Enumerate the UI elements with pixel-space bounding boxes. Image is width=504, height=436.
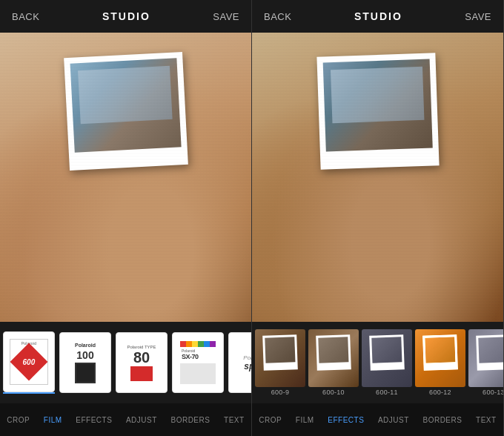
left-hand-photo: [0, 33, 251, 322]
effect-photo-2: [318, 337, 348, 363]
left-film-items: Polaroid 600 Polaroid 100: [0, 326, 251, 400]
effect-photo-3: [371, 337, 402, 363]
right-effects-items: 600-9 600-10: [252, 323, 503, 402]
film-item-80[interactable]: Polaroid TYPE 80: [116, 332, 168, 393]
right-save-button[interactable]: SAVE: [465, 11, 491, 22]
effect-item-600-9[interactable]: 600-9: [255, 329, 305, 396]
effect-item-600-13[interactable]: 600-13: [468, 329, 503, 396]
effect-thumb-600-10: [308, 329, 359, 387]
effect-item-600-12[interactable]: 600-12: [415, 329, 465, 396]
effect-photo-1: [265, 337, 295, 363]
left-tab-borders[interactable]: BORDERS: [166, 413, 214, 427]
effect-thumb-inner-4: [415, 329, 465, 387]
right-photo-bg: [252, 33, 503, 322]
effect-label-600-12: 600-12: [429, 389, 451, 396]
right-title: STUDIO: [354, 10, 402, 22]
film-spec-label: Polaroid: [243, 354, 251, 361]
effect-thumb-600-9: [255, 329, 305, 387]
right-tab-film[interactable]: FILM: [291, 413, 319, 427]
right-polaroid-photo: [322, 59, 432, 152]
effect-label-600-13: 600-13: [483, 389, 503, 396]
right-tab-crop[interactable]: CROP: [254, 413, 286, 427]
left-panel: BACK STUDIO SAVE Polaroid: [0, 0, 252, 436]
film-80-number: 80: [133, 349, 150, 366]
film-sx70-name: SX-70: [182, 353, 199, 360]
effect-polaroid-5: [476, 334, 503, 371]
stripe-orange: [186, 341, 192, 347]
film-100-box: [75, 363, 96, 383]
effect-thumb-inner-1: [255, 329, 305, 387]
effect-polaroid-4: [422, 334, 458, 371]
right-bottom-tabs: CROP FILM EFFECTS ADJUST BORDERS TEXT: [252, 403, 503, 436]
film-sx70-text: Polaroid SX-70: [180, 347, 200, 362]
left-tab-film[interactable]: FILM: [39, 413, 67, 427]
right-header: BACK STUDIO SAVE: [252, 0, 503, 33]
film-card-600: Polaroid 600: [3, 331, 55, 392]
effect-polaroid-2: [316, 334, 351, 371]
effect-polaroid-3: [369, 334, 405, 371]
film-card-80: Polaroid TYPE 80: [116, 332, 168, 393]
effect-item-600-11[interactable]: 600-11: [362, 329, 412, 396]
left-photo-area: [0, 33, 251, 322]
right-tab-adjust[interactable]: ADJUST: [374, 413, 414, 427]
left-header: BACK STUDIO SAVE: [0, 0, 251, 33]
film-card-spec: Polaroid spec: [228, 332, 251, 393]
effect-thumb-inner-2: [308, 329, 359, 387]
right-tab-effects[interactable]: EFFECTS: [323, 413, 368, 427]
film-100-number: 100: [76, 349, 93, 361]
right-hand-photo: [252, 33, 503, 322]
effect-thumb-600-13: [468, 329, 503, 387]
effect-label-600-9: 600-9: [271, 389, 290, 396]
effect-item-600-10[interactable]: 600-10: [308, 329, 359, 396]
film-sx70-stripes: [180, 341, 216, 347]
left-tab-text[interactable]: TEXT: [219, 413, 249, 427]
left-title: STUDIO: [102, 10, 150, 22]
left-polaroid: [64, 52, 188, 171]
film-spec-name: spec: [244, 361, 251, 371]
film-card-sx70: Polaroid SX-70: [172, 332, 224, 393]
film-item-100[interactable]: Polaroid 100: [59, 332, 111, 393]
right-effects-strip: 600-9 600-10: [252, 322, 503, 403]
effect-label-600-10: 600-10: [322, 389, 345, 396]
stripe-blue: [204, 341, 210, 347]
film-80-box: [130, 366, 153, 381]
left-bottom-tabs: CROP FILM EFFECTS ADJUST BORDERS TEXT: [0, 403, 251, 436]
effect-thumb-inner-5: [468, 329, 503, 387]
film-card-100: Polaroid 100: [59, 332, 111, 393]
right-tab-borders[interactable]: BORDERS: [418, 413, 466, 427]
effect-thumb-600-11: [362, 329, 412, 387]
left-film-strip: Polaroid 600 Polaroid 100: [0, 322, 251, 403]
film-100-inner: Polaroid 100: [66, 340, 105, 386]
film-600-diamond: 600: [10, 343, 48, 381]
effect-label-600-11: 600-11: [376, 389, 398, 396]
film-100-label: Polaroid: [75, 343, 96, 348]
film-spec-inner: Polaroid spec: [235, 340, 251, 386]
film-sx70-box: [180, 363, 216, 384]
left-tab-crop[interactable]: CROP: [2, 413, 34, 427]
effect-thumb-600-12: [415, 329, 465, 387]
film-600-inner: Polaroid 600: [10, 339, 48, 385]
left-tab-effects[interactable]: EFFECTS: [71, 413, 116, 427]
stripe-purple: [210, 341, 216, 347]
effect-thumb-inner-3: [362, 329, 412, 387]
right-back-button[interactable]: BACK: [264, 11, 291, 22]
right-tab-text[interactable]: TEXT: [471, 413, 501, 427]
left-tab-adjust[interactable]: ADJUST: [122, 413, 162, 427]
film-item-600[interactable]: Polaroid 600: [3, 331, 55, 394]
stripe-yellow: [192, 341, 198, 347]
effect-polaroid-1: [262, 334, 298, 371]
left-polaroid-photo: [70, 58, 181, 152]
left-save-button[interactable]: SAVE: [213, 11, 239, 22]
right-polaroid: [316, 53, 439, 169]
effect-photo-4: [425, 337, 455, 363]
film-item-spec[interactable]: Polaroid spec: [228, 332, 251, 393]
stripe-green: [198, 341, 204, 347]
stripe-red: [180, 341, 186, 347]
film-item-sx70[interactable]: Polaroid SX-70: [172, 332, 224, 393]
film-80-inner: Polaroid TYPE 80: [122, 340, 161, 386]
film-sx70-inner: Polaroid SX-70: [179, 340, 217, 386]
right-panel: BACK STUDIO SAVE: [252, 0, 504, 436]
film-600-number: 600: [23, 358, 36, 366]
left-photo-bg: [0, 33, 251, 322]
left-back-button[interactable]: BACK: [12, 11, 39, 22]
